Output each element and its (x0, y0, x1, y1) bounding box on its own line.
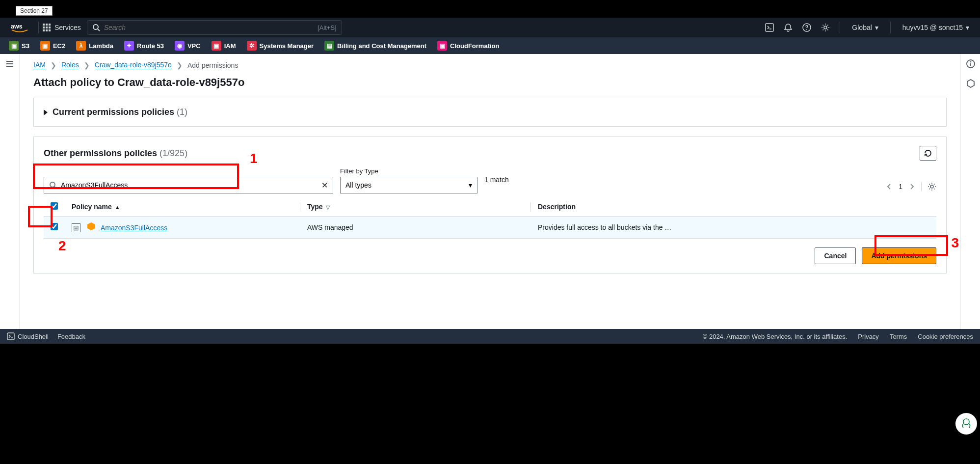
settings-icon[interactable] (817, 19, 834, 36)
chevron-down-icon: ▾ (966, 24, 969, 31)
other-permissions-panel: Other permissions policies (1/925) ✕ Fil… (33, 136, 947, 273)
fav-ec2[interactable]: ▣EC2 (36, 39, 69, 53)
filter-type-select[interactable]: All types ▾ (340, 177, 477, 193)
global-nav: aws Services [Alt+S] Global▾ huyvv15 @ s… (0, 18, 980, 37)
cloudshell-icon[interactable] (761, 19, 778, 36)
policy-search-box[interactable]: ✕ (44, 177, 333, 193)
table-row: ⊞ AmazonS3FullAccess AWS managed Provide… (44, 217, 936, 239)
filter-type-value: All types (345, 181, 371, 189)
search-icon (92, 24, 100, 31)
region-label: Global (852, 24, 872, 31)
expand-row-icon[interactable]: ⊞ (72, 223, 80, 232)
cancel-button[interactable]: Cancel (815, 247, 856, 264)
services-menu[interactable]: Services (43, 24, 81, 31)
select-all-checkbox[interactable] (51, 202, 58, 210)
add-permissions-button[interactable]: Add permissions (862, 247, 936, 264)
search-hint: [Alt+S] (318, 24, 337, 31)
chevron-right-icon: ❯ (84, 61, 90, 69)
svg-rect-16 (7, 333, 14, 340)
global-search-input[interactable] (104, 24, 251, 31)
filter-type-label: Filter by Type (340, 167, 477, 175)
col-description[interactable]: Description (538, 203, 576, 211)
global-search[interactable]: [Alt+S] (87, 20, 342, 35)
svg-line-11 (54, 187, 56, 189)
aws-logo: aws (11, 22, 28, 33)
current-permissions-title: Current permissions policies (53, 107, 174, 117)
copyright: © 2024, Amazon Web Services, Inc. or its… (703, 333, 848, 340)
breadcrumb-current: Add permissions (187, 61, 238, 69)
svg-point-12 (930, 185, 933, 188)
fav-billing[interactable]: ▤Billing and Cost Management (320, 39, 430, 53)
expand-triangle-icon (44, 109, 48, 115)
fav-label: Route 53 (137, 42, 164, 50)
region-selector[interactable]: Global▾ (846, 24, 884, 31)
hexagon-icon[interactable] (966, 79, 976, 88)
fav-iam[interactable]: ▣IAM (208, 39, 240, 53)
policy-search-input[interactable] (61, 181, 321, 189)
current-permissions-panel[interactable]: Current permissions policies (1) (34, 98, 946, 126)
cloudshell-link[interactable]: CloudShell (7, 332, 49, 340)
help-icon[interactable] (798, 19, 815, 36)
prev-page-icon[interactable] (886, 183, 893, 190)
fav-label: CloudFormation (450, 42, 499, 50)
grid-icon (43, 24, 51, 31)
terms-link[interactable]: Terms (890, 333, 907, 340)
refresh-button[interactable] (920, 146, 936, 161)
chevron-down-icon: ▾ (875, 24, 878, 31)
svg-line-2 (98, 29, 100, 31)
fav-label: IAM (224, 42, 236, 50)
feedback-link[interactable]: Feedback (57, 333, 85, 340)
svg-point-6 (824, 26, 827, 29)
account-label: huyvv15 @ sonct15 (902, 24, 963, 31)
match-count: 1 match (484, 176, 509, 186)
privacy-link[interactable]: Privacy (858, 333, 879, 340)
page-number: 1 (899, 183, 902, 191)
col-policy-name[interactable]: Policy name (72, 203, 112, 211)
fav-ssm[interactable]: ✲Systems Manager (243, 39, 318, 53)
breadcrumb-roles[interactable]: Roles (61, 61, 79, 69)
policy-type: AWS managed (300, 217, 531, 239)
fav-label: Lambda (89, 42, 113, 50)
row-checkbox[interactable] (51, 223, 58, 230)
fav-label: VPC (187, 42, 201, 50)
table-settings-icon[interactable] (927, 182, 936, 191)
cookie-link[interactable]: Cookie preferences (918, 333, 973, 340)
svg-point-1 (93, 25, 98, 29)
other-permissions-title: Other permissions policies (44, 148, 157, 158)
breadcrumb: IAM ❯ Roles ❯ Craw_data-role-v89j557o ❯ … (33, 61, 947, 69)
current-permissions-count: (1) (177, 107, 187, 117)
next-page-icon[interactable] (908, 183, 915, 190)
favorites-bar: ▣S3 ▣EC2 λLambda ✦Route 53 ◉VPC ▣IAM ✲Sy… (0, 37, 980, 54)
col-type[interactable]: Type (307, 203, 323, 211)
assistant-badge[interactable] (955, 413, 977, 435)
sort-asc-icon: ▲ (115, 204, 120, 210)
page-title: Attach policy to Craw_data-role-v89j557o (33, 76, 947, 89)
search-icon (49, 181, 57, 189)
annotation-2: 2 (58, 238, 66, 254)
fav-label: EC2 (53, 42, 65, 50)
chevron-right-icon: ❯ (177, 61, 183, 69)
notifications-icon[interactable] (780, 19, 796, 36)
annotation-1: 1 (250, 151, 258, 166)
svg-point-5 (807, 29, 807, 30)
fav-cfn[interactable]: ▣CloudFormation (433, 39, 503, 53)
sidebar-toggle[interactable] (0, 54, 20, 329)
fav-vpc[interactable]: ◉VPC (171, 39, 205, 53)
other-permissions-count: (1/925) (159, 148, 187, 158)
account-menu[interactable]: huyvv15 @ sonct15▾ (897, 24, 975, 31)
breadcrumb-role[interactable]: Craw_data-role-v89j557o (95, 61, 172, 69)
fav-route53[interactable]: ✦Route 53 (120, 39, 168, 53)
fav-lambda[interactable]: λLambda (72, 39, 117, 53)
fav-s3[interactable]: ▣S3 (5, 39, 33, 53)
sort-icon: ▽ (326, 204, 330, 210)
bottom-bar: CloudShell Feedback © 2024, Amazon Web S… (0, 329, 980, 344)
breadcrumb-iam[interactable]: IAM (33, 61, 46, 69)
policy-description: Provides full access to all buckets via … (531, 217, 936, 239)
svg-text:aws: aws (11, 23, 23, 30)
info-icon[interactable] (966, 59, 976, 69)
svg-point-15 (970, 61, 971, 62)
right-rail (960, 54, 980, 329)
cloudshell-label: CloudShell (18, 333, 49, 340)
clear-search-icon[interactable]: ✕ (321, 181, 328, 190)
policy-name-link[interactable]: AmazonS3FullAccess (101, 224, 167, 232)
